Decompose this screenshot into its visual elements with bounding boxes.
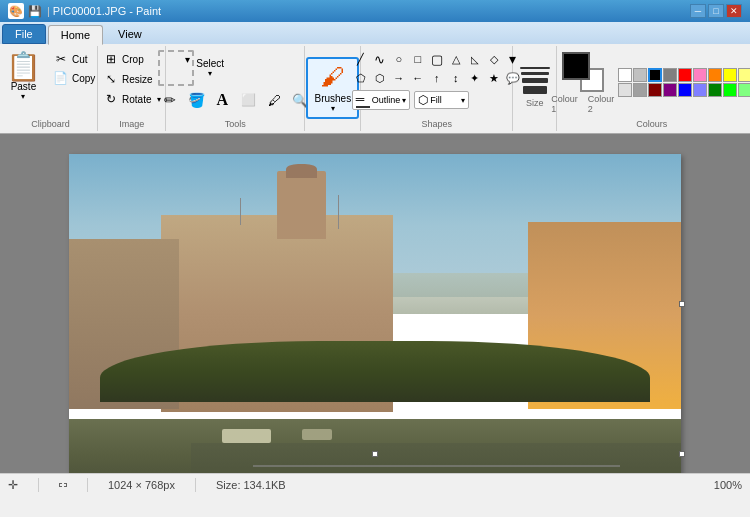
road — [191, 443, 681, 473]
shape-star4[interactable]: ✦ — [466, 69, 484, 87]
canvas-area[interactable] — [0, 134, 750, 473]
colour2-label: Colour 2 — [588, 94, 615, 114]
copy-button[interactable]: 📄 Copy — [48, 69, 100, 87]
color1-swatch[interactable] — [562, 52, 590, 80]
shape-left-arrow[interactable]: ← — [409, 69, 427, 87]
rotate-button[interactable]: ↻ Rotate ▾ — [98, 90, 165, 108]
shape-roundrect[interactable]: ▢ — [428, 50, 446, 68]
tab-home[interactable]: Home — [48, 25, 103, 45]
paste-button[interactable]: 📋 Paste ▾ — [1, 50, 46, 104]
pencil-button[interactable]: ✏ — [158, 88, 182, 112]
maximize-button[interactable]: □ — [708, 4, 724, 18]
select-button[interactable]: ▾ — [158, 50, 194, 86]
vehicles2 — [302, 429, 333, 439]
resize-handle-corner[interactable] — [679, 451, 685, 457]
rotate-label: Rotate — [122, 94, 151, 105]
swatch-orange[interactable] — [708, 68, 722, 82]
fill-button[interactable]: 🪣 — [184, 88, 208, 112]
swatch-ltblue[interactable] — [693, 83, 707, 97]
cut-button[interactable]: ✂ Cut — [48, 50, 100, 68]
shapes-label: Shapes — [422, 117, 453, 129]
tab-view[interactable]: View — [105, 24, 155, 44]
zoom-text: 100% — [714, 479, 742, 491]
fill-arrow: ▾ — [461, 96, 465, 105]
clipboard-group: 📋 Paste ▾ ✂ Cut 📄 Copy Clipboard — [4, 46, 98, 131]
tools-row2: ✏ 🪣 A ⬜ 🖊 🔍 — [158, 88, 312, 112]
shape-line[interactable]: ╱ — [352, 50, 370, 68]
select-dropdown[interactable]: ▾ — [208, 69, 212, 78]
swatch-ltgreen[interactable] — [738, 83, 750, 97]
street-elements — [253, 465, 620, 467]
cursor-pos: ✛ — [8, 478, 18, 492]
rotate-icon: ↻ — [103, 92, 119, 106]
resize-icon: ⤡ — [103, 72, 119, 86]
swatch-ltgray2[interactable] — [618, 83, 632, 97]
shape-4arrow[interactable]: ↕ — [447, 69, 465, 87]
canvas-wrapper — [69, 154, 681, 453]
resize-button[interactable]: ⤡ Resize — [98, 70, 158, 88]
palette-row1 — [618, 68, 750, 82]
swatch-yellow[interactable] — [723, 68, 737, 82]
swatch-pink[interactable] — [693, 68, 707, 82]
close-button[interactable]: ✕ — [726, 4, 742, 18]
resize-label: Resize — [122, 74, 153, 85]
shape-hex[interactable]: ⬡ — [371, 69, 389, 87]
shape-rtri[interactable]: ◺ — [466, 50, 484, 68]
resize-handle-bottom[interactable] — [372, 451, 378, 457]
title-text: PIC00001.JPG - Paint — [53, 5, 690, 17]
swatch-black[interactable] — [648, 68, 662, 82]
shape-star5[interactable]: ★ — [485, 69, 503, 87]
brushes-arrow: ▾ — [331, 104, 335, 113]
eraser-button[interactable]: ⬜ — [236, 88, 260, 112]
swatch-gray2[interactable] — [633, 83, 647, 97]
outline-arrow: ▾ — [402, 96, 406, 105]
swatch-green[interactable] — [708, 83, 722, 97]
swatch-blue[interactable] — [678, 83, 692, 97]
minimize-button[interactable]: ─ — [690, 4, 706, 18]
paint-canvas[interactable] — [69, 154, 681, 473]
outline-fill-row: ═ Outline ▾ ⬡ Fill ▾ — [352, 90, 470, 110]
select-label: Select — [196, 58, 224, 69]
color-labels-row: Colour 1 Colour 2 — [551, 94, 614, 114]
size-selector[interactable]: Size — [516, 63, 554, 112]
fill-dropdown[interactable]: ⬡ Fill ▾ — [414, 91, 469, 109]
tab-file[interactable]: File — [2, 24, 46, 44]
shape-right-arrow[interactable]: → — [390, 69, 408, 87]
swatch-ltgray[interactable] — [633, 68, 647, 82]
zoom-level: 100% — [714, 479, 742, 491]
swatch-lt-yellow[interactable] — [738, 68, 750, 82]
resize-handle-right[interactable] — [679, 301, 685, 307]
shape-oval[interactable]: ○ — [390, 50, 408, 68]
shape-diamond[interactable]: ◇ — [485, 50, 503, 68]
palette-section — [618, 68, 750, 97]
cut-copy-group: ✂ Cut 📄 Copy — [48, 50, 100, 87]
clipboard-content: 📋 Paste ▾ ✂ Cut 📄 Copy — [1, 48, 100, 117]
quick-save[interactable]: 💾 — [28, 5, 42, 18]
shape-triangle[interactable]: △ — [447, 50, 465, 68]
color-stack — [562, 52, 604, 92]
ribbon: 📋 Paste ▾ ✂ Cut 📄 Copy Clipboard ⊞ Cro — [0, 44, 750, 134]
shapes-row2: ⬠ ⬡ → ← ↑ ↕ ✦ ★ 💬 — [352, 69, 522, 87]
text-button[interactable]: A — [210, 88, 234, 112]
swatch-red[interactable] — [678, 68, 692, 82]
size-content: Size — [516, 48, 554, 127]
shapes-content: ╱ ∿ ○ □ ▢ △ ◺ ◇ ▾ ⬠ ⬡ → ← ↑ ↕ ✦ ★ 💬 — [352, 48, 522, 117]
size-lines — [520, 67, 550, 94]
crop-button[interactable]: ⊞ Crop — [98, 50, 149, 68]
outline-dropdown[interactable]: ═ Outline ▾ — [352, 90, 411, 110]
app-icon: 🎨 — [8, 3, 24, 19]
fill-label: Fill — [430, 95, 442, 105]
shape-rect[interactable]: □ — [409, 50, 427, 68]
swatch-dkgray[interactable] — [663, 68, 677, 82]
size-line-1 — [520, 67, 550, 69]
picker-button[interactable]: 🖊 — [262, 88, 286, 112]
tower — [277, 171, 326, 239]
swatch-lime[interactable] — [723, 83, 737, 97]
status-div2 — [87, 478, 88, 492]
shape-up-arrow[interactable]: ↑ — [428, 69, 446, 87]
swatch-white[interactable] — [618, 68, 632, 82]
swatch-purple[interactable] — [663, 83, 677, 97]
swatch-maroon[interactable] — [648, 83, 662, 97]
shape-curve[interactable]: ∿ — [371, 50, 389, 68]
shape-pentagon[interactable]: ⬠ — [352, 69, 370, 87]
